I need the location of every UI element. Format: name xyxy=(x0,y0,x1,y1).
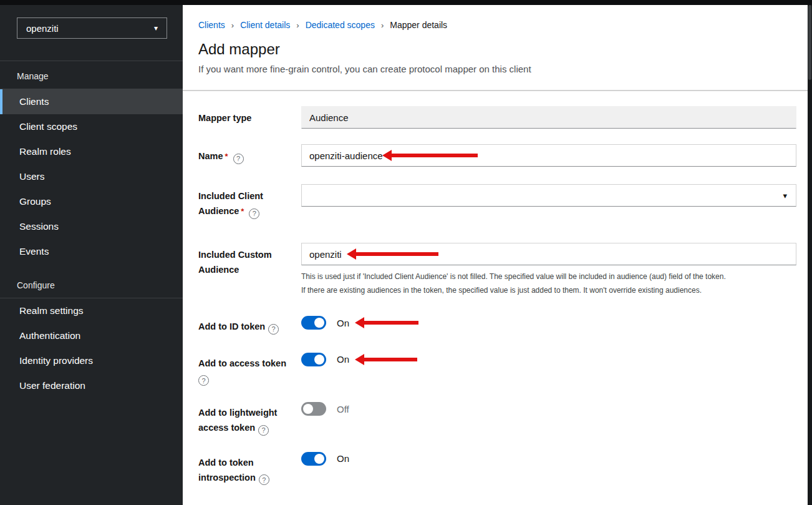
toggle-knob xyxy=(314,454,324,464)
add-to-token-introspection-toggle[interactable] xyxy=(301,452,326,466)
page-title: Add mapper xyxy=(198,41,796,58)
scrollbar[interactable] xyxy=(808,5,812,505)
add-to-lightweight-access-token-label: Add to lightweight access token? xyxy=(198,401,301,436)
sidebar-nav-manage: Clients Client scopes Realm roles Users … xyxy=(0,89,183,264)
toggle-knob xyxy=(303,404,313,414)
breadcrumb: Clients › Client details › Dedicated sco… xyxy=(198,5,796,30)
sidebar-item-clients[interactable]: Clients xyxy=(0,89,183,114)
required-asterisk: * xyxy=(241,207,244,216)
chevron-right-icon: › xyxy=(296,21,299,30)
name-label: Name*? xyxy=(198,144,301,164)
included-custom-audience-label: Included Custom Audience xyxy=(198,243,301,277)
sidebar-item-sessions[interactable]: Sessions xyxy=(0,214,183,239)
sidebar-item-events[interactable]: Events xyxy=(0,239,183,264)
add-to-access-token-label: Add to access token ? xyxy=(198,351,301,386)
help-icon[interactable]: ? xyxy=(233,154,244,164)
add-to-access-token-state: On xyxy=(337,354,349,365)
sidebar-item-user-federation[interactable]: User federation xyxy=(0,373,183,398)
add-to-lightweight-access-token-state: Off xyxy=(337,404,349,414)
scrollbar-thumb[interactable] xyxy=(808,5,811,80)
sidebar-item-users[interactable]: Users xyxy=(0,164,183,189)
toggle-knob xyxy=(314,355,324,365)
caret-down-icon: ▾ xyxy=(783,191,787,200)
annotation-arrow xyxy=(364,321,418,325)
add-to-token-introspection-state: On xyxy=(337,453,349,464)
breadcrumb-client-details[interactable]: Client details xyxy=(240,20,290,30)
sidebar-section-manage: Manage xyxy=(0,61,183,89)
top-bar xyxy=(0,0,812,5)
annotation-arrow xyxy=(356,252,438,256)
included-client-audience-select[interactable]: ▾ xyxy=(301,184,796,207)
chevron-right-icon: › xyxy=(381,21,384,30)
help-icon[interactable]: ? xyxy=(249,208,259,219)
sidebar-item-groups[interactable]: Groups xyxy=(0,189,183,214)
add-mapper-form: Mapper type Name*? Included Client xyxy=(198,91,796,505)
sidebar-item-realm-settings[interactable]: Realm settings xyxy=(0,298,183,323)
help-icon[interactable]: ? xyxy=(268,324,279,335)
add-to-id-token-label: Add to ID token? xyxy=(198,315,301,335)
toggle-knob xyxy=(314,318,324,328)
realm-selector-value: openziti xyxy=(26,23,59,34)
annotation-arrow xyxy=(392,154,478,157)
caret-down-icon: ▾ xyxy=(154,24,158,32)
breadcrumb-dedicated-scopes[interactable]: Dedicated scopes xyxy=(306,20,375,30)
included-client-audience-label: Included Client Audience*? xyxy=(198,184,301,219)
sidebar-item-realm-roles[interactable]: Realm roles xyxy=(0,139,183,164)
annotation-arrow xyxy=(364,358,417,361)
included-custom-audience-help: This is used just if 'Included Client Au… xyxy=(301,270,796,297)
sidebar-item-client-scopes[interactable]: Client scopes xyxy=(0,114,183,139)
add-to-id-token-state: On xyxy=(337,318,349,328)
breadcrumb-clients[interactable]: Clients xyxy=(198,20,225,30)
help-icon[interactable]: ? xyxy=(198,375,209,386)
page-subtitle: If you want more fine-grain control, you… xyxy=(198,64,796,74)
sidebar: openziti ▾ Manage Clients Client scopes … xyxy=(0,5,183,505)
sidebar-item-identity-providers[interactable]: Identity providers xyxy=(0,348,183,373)
sidebar-section-configure: Configure xyxy=(0,264,183,298)
sidebar-nav-configure: Realm settings Authentication Identity p… xyxy=(0,298,183,398)
chevron-right-icon: › xyxy=(231,21,234,30)
name-input[interactable] xyxy=(301,144,796,167)
help-icon[interactable]: ? xyxy=(258,425,269,436)
help-icon[interactable]: ? xyxy=(259,474,269,485)
add-to-access-token-toggle[interactable] xyxy=(301,353,326,366)
add-to-id-token-toggle[interactable] xyxy=(301,316,326,330)
main-content: Clients › Client details › Dedicated sco… xyxy=(183,5,812,505)
sidebar-item-authentication[interactable]: Authentication xyxy=(0,323,183,348)
realm-selector[interactable]: openziti ▾ xyxy=(17,17,167,39)
add-to-token-introspection-label: Add to token introspection? xyxy=(198,451,301,486)
mapper-type-label: Mapper type xyxy=(198,106,301,125)
add-to-lightweight-access-token-toggle[interactable] xyxy=(301,402,326,416)
mapper-type-field xyxy=(301,106,796,129)
required-asterisk: * xyxy=(225,152,228,161)
breadcrumb-current: Mapper details xyxy=(390,20,447,30)
page: openziti ▾ Manage Clients Client scopes … xyxy=(0,5,812,505)
